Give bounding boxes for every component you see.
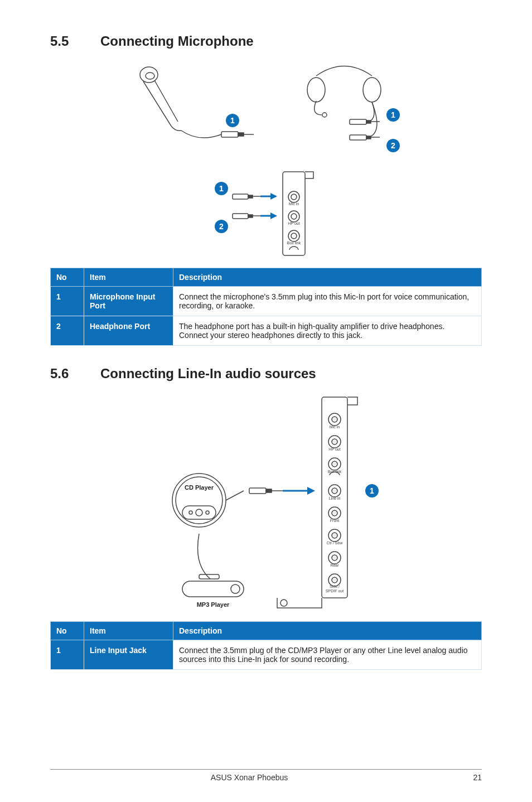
- svg-marker-68: [307, 487, 315, 495]
- svg-rect-3: [238, 133, 244, 136]
- th-no: No: [51, 268, 84, 287]
- svg-rect-66: [266, 489, 272, 492]
- th-item: Item: [84, 622, 173, 640]
- svg-point-42: [280, 600, 287, 606]
- svg-point-58: [332, 577, 337, 583]
- svg-rect-13: [350, 135, 366, 140]
- diagram-mic-headset: 1 1 2: [50, 59, 482, 160]
- cell-no: 1: [51, 640, 84, 670]
- label-mp3-player: MP3 Player: [197, 601, 230, 608]
- svg-text:1: 1: [370, 486, 374, 495]
- svg-text:1: 1: [219, 184, 224, 193]
- svg-rect-14: [366, 136, 371, 139]
- th-desc: Description: [173, 268, 482, 287]
- label-rear: Rear: [330, 563, 339, 567]
- svg-point-49: [328, 485, 341, 497]
- svg-rect-28: [248, 195, 253, 198]
- svg-point-26: [291, 233, 297, 239]
- svg-rect-27: [233, 194, 248, 199]
- svg-point-25: [288, 230, 299, 241]
- section-title: Connecting Microphone: [100, 33, 254, 49]
- cell-no: 2: [51, 316, 84, 346]
- table-row: 1 Line Input Jack Connect the 3.5mm plug…: [51, 640, 482, 670]
- svg-point-23: [288, 211, 299, 222]
- label-front: Front: [330, 519, 339, 523]
- page-footer: ASUS Xonar Phoebus 21: [50, 769, 482, 782]
- table-row: 1 Microphone Input Port Connect the micr…: [51, 287, 482, 316]
- svg-rect-61: [182, 506, 216, 519]
- cell-item: Headphone Port: [84, 316, 173, 346]
- svg-rect-33: [248, 215, 253, 218]
- label-side-spdif: Side /SPDIF out: [326, 584, 344, 593]
- label-hp-out: HP out: [288, 221, 299, 225]
- svg-point-44: [332, 417, 337, 422]
- label-hp-out: HP out: [328, 447, 340, 451]
- diagram-line-in: Mic in HP out Box link Line in Front Ctr…: [50, 392, 482, 615]
- svg-point-1: [146, 73, 154, 79]
- svg-rect-10: [350, 119, 366, 124]
- svg-line-70: [226, 491, 244, 500]
- label-ctr-sbw: Ctr / Sbw: [327, 541, 344, 545]
- svg-text:1: 1: [391, 110, 395, 119]
- label-line-in: Line in: [329, 496, 341, 500]
- svg-point-7: [307, 78, 325, 102]
- diagram-bracket-top: Mic in HP out Box link 1 2: [50, 166, 482, 261]
- svg-rect-65: [249, 488, 266, 494]
- footer-product: ASUS Xonar Phoebus: [50, 773, 448, 782]
- label-mic-in: Mic in: [330, 425, 340, 429]
- table-55: No Item Description 1 Microphone Input P…: [50, 268, 482, 346]
- svg-text:2: 2: [219, 222, 224, 231]
- svg-point-51: [328, 507, 341, 519]
- table-row: 2 Headphone Port The headphone port has …: [51, 316, 482, 346]
- svg-point-21: [288, 191, 299, 202]
- cell-no: 1: [51, 287, 84, 316]
- svg-rect-2: [221, 132, 238, 137]
- label-mic-in: Mic in: [289, 202, 299, 206]
- svg-point-52: [332, 510, 337, 516]
- cell-desc: Connect the 3.5mm plug of the CD/MP3 Pla…: [173, 640, 482, 670]
- svg-point-56: [332, 555, 337, 561]
- section-title: Connecting Line-In audio sources: [100, 366, 316, 381]
- svg-point-0: [140, 67, 158, 83]
- svg-point-54: [332, 533, 337, 538]
- svg-point-47: [328, 458, 341, 470]
- svg-point-24: [291, 214, 297, 219]
- section-heading-56: 5.6 Connecting Line-In audio sources: [50, 366, 482, 381]
- svg-rect-11: [366, 120, 371, 123]
- svg-point-22: [291, 194, 297, 200]
- svg-point-55: [328, 552, 341, 564]
- svg-point-48: [332, 461, 337, 467]
- svg-point-46: [332, 439, 337, 445]
- section-heading-55: 5.5 Connecting Microphone: [50, 33, 482, 49]
- label-cd-player: CD Player: [185, 484, 214, 491]
- th-desc: Description: [173, 622, 482, 640]
- cell-desc: The headphone port has a built-in high-q…: [173, 316, 482, 346]
- svg-rect-32: [233, 214, 248, 219]
- section-number: 5.5: [50, 33, 100, 49]
- label-box-link: Box link: [287, 241, 301, 245]
- th-item: Item: [84, 268, 173, 287]
- svg-point-8: [363, 78, 381, 102]
- cell-desc: Connect the microphone's 3.5mm plug into…: [173, 287, 482, 316]
- svg-point-45: [328, 436, 341, 448]
- table-56: No Item Description 1 Line Input Jack Co…: [50, 621, 482, 670]
- svg-point-53: [328, 529, 341, 542]
- footer-page: 21: [448, 773, 482, 782]
- svg-text:2: 2: [391, 141, 395, 150]
- section-number: 5.6: [50, 366, 100, 381]
- cell-item: Line Input Jack: [84, 640, 173, 670]
- svg-point-50: [332, 488, 337, 494]
- svg-point-43: [328, 413, 341, 426]
- label-box-link: Box link: [328, 470, 342, 474]
- svg-point-9: [322, 113, 327, 117]
- svg-text:1: 1: [230, 116, 235, 125]
- th-no: No: [51, 622, 84, 640]
- svg-rect-73: [182, 581, 244, 597]
- cell-item: Microphone Input Port: [84, 287, 173, 316]
